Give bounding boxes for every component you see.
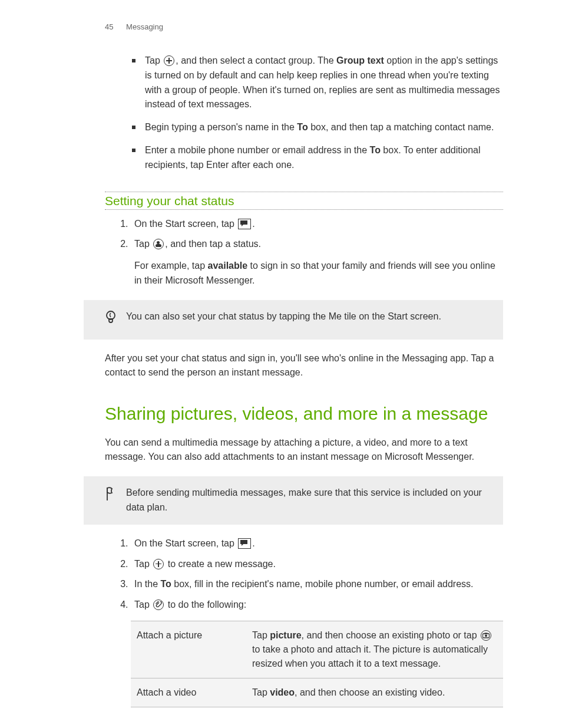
svg-point-3 xyxy=(485,635,487,637)
text: Tap xyxy=(252,630,270,640)
text: to do the following: xyxy=(165,599,246,610)
text: Tap xyxy=(134,559,152,569)
text: , and then choose an existing video. xyxy=(295,687,445,697)
table-label: Attach a video xyxy=(131,678,246,707)
step-item: On the Start screen, tap . xyxy=(131,217,503,232)
step-item: Tap , and then tap a status. For example… xyxy=(131,237,503,288)
bullet-marker xyxy=(132,126,135,129)
paragraph: After you set your chat status and sign … xyxy=(105,351,503,381)
bullet-item: Enter a mobile phone number or email add… xyxy=(132,143,503,173)
page-header: 45 Messaging xyxy=(0,22,562,31)
text: On the Start screen, tap xyxy=(134,219,237,229)
lightbulb-icon xyxy=(105,310,126,330)
text: . xyxy=(252,219,254,229)
paragraph: You can send a multimedia message by att… xyxy=(105,436,503,465)
text: to take a photo and attach it. The pictu… xyxy=(252,644,488,668)
subheading-block: Setting your chat status xyxy=(105,192,503,210)
text-bold: To xyxy=(297,122,308,132)
camera-icon xyxy=(481,630,491,641)
text: box, and then tap a matching contact nam… xyxy=(308,122,494,132)
messaging-app-icon xyxy=(238,219,251,229)
divider xyxy=(105,209,503,210)
text: box, fill in the recipient's name, mobil… xyxy=(171,579,474,589)
attachment-table: Attach a picture Tap picture, and then c… xyxy=(131,621,503,707)
step-item: Tap to create a new message. xyxy=(131,557,503,572)
svg-point-0 xyxy=(107,311,115,319)
text: , and then select a contact group. The xyxy=(176,55,336,65)
svg-rect-2 xyxy=(485,633,488,634)
text-bold: video xyxy=(270,687,295,697)
text: Tap xyxy=(145,55,163,65)
table-value: Tap picture, and then choose an existing… xyxy=(246,621,503,678)
text: to create a new message. xyxy=(165,559,276,569)
step-item: In the To box, fill in the recipient's n… xyxy=(131,577,503,592)
table-value: Tap video, and then choose an existing v… xyxy=(246,678,503,707)
text: Tap xyxy=(134,599,152,610)
tip-callout: You can also set your chat status by tap… xyxy=(84,300,503,340)
step-item: Tap to do the following: xyxy=(131,598,503,612)
section-name: Messaging xyxy=(126,22,163,31)
bullet-marker xyxy=(132,149,135,152)
text-bold: picture xyxy=(270,630,301,640)
text: In the xyxy=(134,579,160,589)
table-row: Attach a picture Tap picture, and then c… xyxy=(131,621,503,678)
note-text: Before sending multimedia messages, make… xyxy=(126,486,494,515)
table-row: Attach a video Tap video, and then choos… xyxy=(131,678,503,707)
bullet-marker xyxy=(132,59,135,62)
bullet-item: Tap , and then select a contact group. T… xyxy=(132,54,503,112)
text: , and then choose an existing photo or t… xyxy=(302,630,480,640)
flag-icon xyxy=(105,486,126,506)
steps-chat-status: On the Start screen, tap . Tap , and the… xyxy=(105,217,503,288)
text-bold: available xyxy=(208,261,248,271)
text: Enter a mobile phone number or email add… xyxy=(145,145,370,155)
bullet-item: Begin typing a person's name in the To b… xyxy=(132,120,503,135)
note-callout: Before sending multimedia messages, make… xyxy=(84,476,503,525)
attach-icon xyxy=(153,599,164,610)
text: Tap xyxy=(134,239,152,249)
text: On the Start screen, tap xyxy=(134,538,237,548)
recipient-bullets: Tap , and then select a contact group. T… xyxy=(132,54,503,173)
step-item: On the Start screen, tap . xyxy=(131,536,503,551)
text: Begin typing a person's name in the xyxy=(145,122,297,132)
text: Tap xyxy=(252,687,270,697)
text: . xyxy=(252,538,254,548)
tip-text: You can also set your chat status by tap… xyxy=(126,309,494,324)
text-bold: To xyxy=(370,145,381,155)
section-title: Sharing pictures, videos, and more in a … xyxy=(105,403,503,425)
messaging-app-icon xyxy=(238,538,251,549)
text-bold: Group text xyxy=(336,55,384,65)
text: , and then tap a status. xyxy=(165,239,261,249)
steps-sharing: On the Start screen, tap . Tap to create… xyxy=(105,536,503,612)
plus-icon xyxy=(164,55,174,66)
plus-icon xyxy=(153,559,164,569)
table-label: Attach a picture xyxy=(131,621,246,678)
status-icon xyxy=(153,239,164,249)
page-number: 45 xyxy=(105,22,113,31)
text: For example, tap xyxy=(134,261,208,271)
text-bold: To xyxy=(160,579,171,589)
subheading: Setting your chat status xyxy=(105,192,503,209)
